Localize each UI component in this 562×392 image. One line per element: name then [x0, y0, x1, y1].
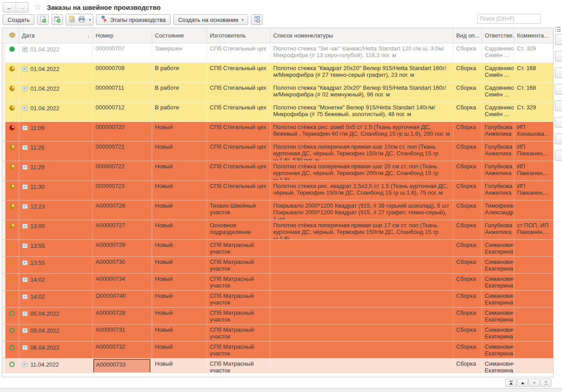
- operation-type-cell: Сборка: [454, 43, 482, 63]
- table-row[interactable]: 01.04.2022 000000707 Завершен СПб Стегал…: [2, 43, 553, 63]
- document-icon: [22, 105, 28, 113]
- document-icon: [22, 362, 28, 369]
- date-value: 01.04.2022: [30, 66, 59, 72]
- comment-cell: Ст. 168: [514, 83, 553, 102]
- header-date[interactable]: Дата↓: [19, 28, 93, 43]
- operation-type-cell: Сборка: [454, 161, 482, 180]
- header-manufacturer[interactable]: Изготовитель: [207, 28, 271, 43]
- table-row[interactable]: 13:00 A00000727 Новый Основное подраздел…: [2, 220, 553, 240]
- list-settings-icon[interactable]: [555, 27, 561, 32]
- create-button[interactable]: Создать: [3, 14, 34, 25]
- number-value: 000000709: [96, 65, 125, 71]
- side-button[interactable]: [555, 67, 562, 78]
- app-window: ← → ☆ Заказы на швейное производство Соз…: [0, 0, 562, 392]
- table-row[interactable]: 13:55 A00000729 Новый СПб Матрасный учас…: [2, 240, 553, 257]
- number-cell: 000000723: [93, 181, 152, 200]
- table-row[interactable]: 11:09 000000720 Новый СПб Стегальный цех…: [2, 122, 553, 142]
- comment-cell: [514, 359, 553, 372]
- number-cell: 000000721: [93, 142, 152, 161]
- search-input[interactable]: [477, 14, 541, 24]
- table-row[interactable]: 01.04.2022 000000712 В работе СПб Стегал…: [2, 102, 553, 122]
- state-cell: В работе: [152, 102, 207, 121]
- table-row[interactable]: 11:30 000000723 Новый СПб Стегальный цех…: [2, 181, 553, 200]
- state-cell: В работе: [152, 83, 207, 102]
- favorite-star-icon[interactable]: ☆: [34, 3, 42, 12]
- copy-document-button[interactable]: [37, 14, 49, 25]
- go-down-button[interactable]: [529, 379, 540, 387]
- nomenclature-cell: [271, 240, 454, 256]
- table-row[interactable]: 05.04.2022 A00000728 Новый СПб Матрасный…: [2, 308, 553, 325]
- date-cell: 13:00: [19, 220, 93, 239]
- responsible-cell: Симанович Екатерина...: [482, 308, 514, 324]
- table-row[interactable]: 14:02 O00000740 Новый СПб Матрасный учас…: [2, 291, 553, 308]
- order-status-icon: [9, 328, 15, 333]
- manufacturer-cell: СПб Стегальный цех: [207, 102, 271, 121]
- order-status-icon: [9, 125, 15, 130]
- date-cell: 11:29: [19, 161, 93, 180]
- row-gutter: [2, 240, 5, 256]
- table-row[interactable]: 01.04.2022 000000709 В работе СПб Стегал…: [2, 63, 553, 83]
- header-responsible[interactable]: Ответстве...: [482, 28, 514, 43]
- number-cell: A00000733: [93, 359, 152, 372]
- table-row[interactable]: 11:29 000000722 Новый СПб Стегальный цех…: [2, 161, 553, 181]
- side-button[interactable]: [555, 34, 562, 45]
- print-group[interactable]: ▾: [66, 14, 93, 25]
- header-state[interactable]: Состояние: [152, 28, 207, 43]
- table-row[interactable]: 05.04.2022 A00000731 Новый СПб Матрасный…: [2, 325, 553, 342]
- order-status-icon: [9, 260, 15, 265]
- row-gutter: [2, 308, 5, 324]
- nomenclature-cell: Полотно стёжка поперечная прямая шаг 10с…: [271, 142, 454, 161]
- table-row[interactable]: 06.04.2022 A00000732 Новый СПб Матрасный…: [2, 342, 553, 359]
- operation-type-cell: Сборка: [454, 325, 482, 341]
- order-status-icon: [9, 105, 15, 111]
- order-status-icon: [9, 362, 15, 367]
- side-button[interactable]: [555, 150, 562, 161]
- operation-type-cell: Сборка: [454, 359, 482, 372]
- create-based-on-button[interactable]: Создать на основании ▾: [173, 14, 248, 25]
- date-value: 05.04.2022: [30, 310, 59, 317]
- number-cell: A00000729: [93, 240, 152, 256]
- order-status-icon: [9, 184, 15, 189]
- document-icon: [22, 260, 28, 267]
- new-window-button[interactable]: [51, 14, 63, 25]
- side-button[interactable]: [555, 51, 562, 62]
- status-cell: [5, 291, 19, 307]
- table-row[interactable]: 13:55 A00000730 Новый СПб Матрасный учас…: [2, 257, 553, 274]
- nomenclature-cell: [271, 325, 454, 341]
- side-button[interactable]: [555, 133, 562, 144]
- status-cell: [5, 200, 19, 220]
- header-nomenclature[interactable]: Список номенклатуры: [271, 28, 454, 43]
- related-documents-button[interactable]: [251, 14, 262, 25]
- header-operation-type[interactable]: Вид оп...: [454, 28, 482, 43]
- nav-header: ← → ☆ Заказы на швейное производство: [3, 2, 161, 13]
- date-value: 01.04.2022: [30, 85, 59, 92]
- date-cell: 12:23: [19, 200, 93, 220]
- comment-cell: [514, 257, 553, 273]
- operation-type-cell: Сборка: [454, 274, 482, 290]
- number-value[interactable]: A00000733: [93, 359, 150, 372]
- header-number[interactable]: Номер: [93, 28, 152, 43]
- table-row[interactable]: 14:02 A00000734 Новый СПб Матрасный учас…: [2, 274, 553, 291]
- table-row[interactable]: 12:23 A00000726 Новый Тихвин Швейный уча…: [2, 200, 553, 220]
- go-first-button[interactable]: [505, 379, 516, 387]
- table-row[interactable]: 01.04.2022 000000711 В работе СПб Стегал…: [2, 83, 553, 102]
- comment-cell: [514, 342, 553, 358]
- header-comment[interactable]: Коммента...: [514, 28, 553, 43]
- table-row[interactable]: 11:25 000000721 Новый СПб Стегальный цех…: [2, 142, 553, 161]
- go-up-button[interactable]: [517, 379, 528, 387]
- side-button[interactable]: [555, 117, 562, 128]
- manufacturer-cell: СПб Матрасный участок: [207, 274, 271, 290]
- go-last-button[interactable]: [540, 379, 551, 387]
- production-stages-button[interactable]: Этапы производства: [96, 14, 171, 25]
- table-row[interactable]: 11.04.2022 A00000733 Новый СПб Матрасный…: [2, 359, 553, 373]
- comment-cell: Ст. 329: [514, 43, 553, 63]
- side-button[interactable]: [555, 100, 562, 111]
- date-value: 12:23: [30, 203, 45, 210]
- state-cell: В работе: [152, 63, 207, 82]
- side-button[interactable]: [555, 84, 562, 95]
- status-cell: [5, 257, 19, 273]
- back-button[interactable]: ←: [3, 3, 16, 12]
- forward-button[interactable]: →: [16, 3, 28, 12]
- date-value: 11:30: [30, 183, 45, 190]
- header-status[interactable]: [5, 28, 19, 43]
